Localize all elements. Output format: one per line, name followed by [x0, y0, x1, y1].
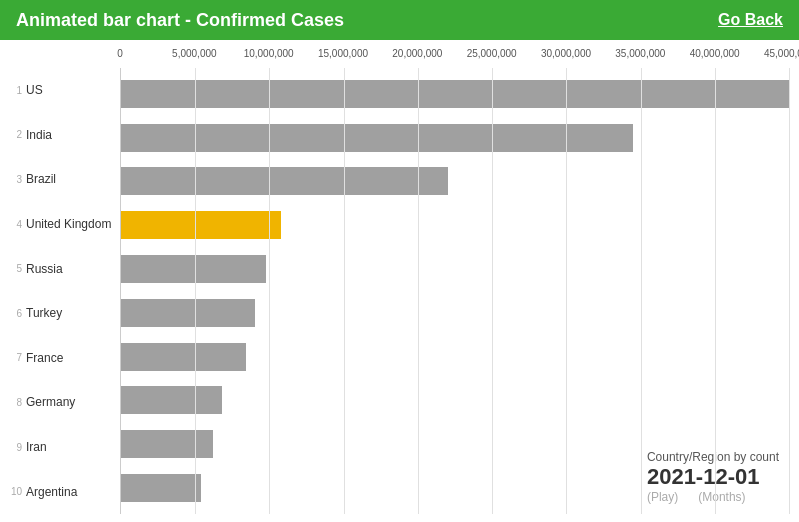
info-box: Country/Region by count 2021-12-01 (Play…: [647, 450, 779, 504]
bar: [121, 299, 255, 327]
rank-label: 3: [10, 174, 22, 185]
bar: [121, 343, 246, 371]
header: Animated bar chart - Confirmed Cases Go …: [0, 0, 799, 40]
x-axis-label: 10,000,000: [244, 48, 294, 59]
bar: [121, 255, 266, 283]
country-label: Turkey: [26, 306, 62, 320]
x-axis-label: 45,000,000: [764, 48, 799, 59]
rank-label: 9: [10, 442, 22, 453]
bar: [121, 474, 201, 502]
grid-line: [418, 68, 419, 514]
country-label: France: [26, 351, 63, 365]
y-label-row: 4United Kingdom: [10, 217, 114, 231]
x-axis-label: 20,000,000: [392, 48, 442, 59]
bar: [121, 167, 448, 195]
grid-line: [715, 68, 716, 514]
grid-line: [269, 68, 270, 514]
bars-grid: Country/Region by count 2021-12-01 (Play…: [120, 68, 789, 514]
y-label-row: 5Russia: [10, 262, 114, 276]
chart-container: 05,000,00010,000,00015,000,00020,000,000…: [0, 40, 799, 522]
y-label-row: 10Argentina: [10, 485, 114, 499]
bar-row: [121, 340, 789, 374]
grid-line: [566, 68, 567, 514]
y-label-row: 6Turkey: [10, 306, 114, 320]
grid-line: [789, 68, 790, 514]
page-title: Animated bar chart - Confirmed Cases: [16, 10, 344, 31]
rank-label: 4: [10, 219, 22, 230]
country-label: US: [26, 83, 43, 97]
rank-label: 8: [10, 397, 22, 408]
x-axis-label: 15,000,000: [318, 48, 368, 59]
x-axis-label: 5,000,000: [172, 48, 217, 59]
country-label: Iran: [26, 440, 47, 454]
months-control[interactable]: (Months): [698, 490, 745, 504]
bar: [121, 211, 281, 239]
bar: [121, 80, 789, 108]
y-label-row: 9Iran: [10, 440, 114, 454]
country-label: India: [26, 128, 52, 142]
bar: [121, 124, 633, 152]
bar-row: [121, 77, 789, 111]
rank-label: 10: [10, 486, 22, 497]
bar-row: [121, 164, 789, 198]
x-axis-label: 35,000,000: [615, 48, 665, 59]
grid-line: [195, 68, 196, 514]
x-axis-label: 40,000,000: [690, 48, 740, 59]
play-control[interactable]: (Play): [647, 490, 678, 504]
x-axis-labels: 05,000,00010,000,00015,000,00020,000,000…: [120, 48, 789, 66]
info-date: 2021-12-01: [647, 464, 779, 490]
country-label: Russia: [26, 262, 63, 276]
y-label-row: 2India: [10, 128, 114, 142]
rank-label: 1: [10, 85, 22, 96]
y-label-row: 7France: [10, 351, 114, 365]
y-label-row: 1US: [10, 83, 114, 97]
country-label: Argentina: [26, 485, 77, 499]
country-label: United Kingdom: [26, 217, 111, 231]
bar-row: [121, 252, 789, 286]
go-back-link[interactable]: Go Back: [718, 11, 783, 29]
bar-row: [121, 121, 789, 155]
x-axis-label: 30,000,000: [541, 48, 591, 59]
country-label: Germany: [26, 395, 75, 409]
rank-label: 5: [10, 263, 22, 274]
rank-label: 2: [10, 129, 22, 140]
bars-area: 1US2India3Brazil4United Kingdom5Russia6T…: [10, 68, 789, 514]
y-label-row: 8Germany: [10, 395, 114, 409]
rank-label: 7: [10, 352, 22, 363]
rank-label: 6: [10, 308, 22, 319]
legend-label: Country/Region by count: [647, 450, 779, 464]
y-label-row: 3Brazil: [10, 172, 114, 186]
bar-row: [121, 383, 789, 417]
grid-line: [344, 68, 345, 514]
x-axis-label: 25,000,000: [467, 48, 517, 59]
bar-row: [121, 208, 789, 242]
info-controls: (Play) (Months): [647, 490, 779, 504]
y-labels: 1US2India3Brazil4United Kingdom5Russia6T…: [10, 68, 120, 514]
bar: [121, 430, 213, 458]
x-axis-label: 0: [117, 48, 123, 59]
bar-row: [121, 296, 789, 330]
grid-line: [641, 68, 642, 514]
grid-line: [492, 68, 493, 514]
bar: [121, 386, 222, 414]
country-label: Brazil: [26, 172, 56, 186]
bars-column: [121, 68, 789, 514]
